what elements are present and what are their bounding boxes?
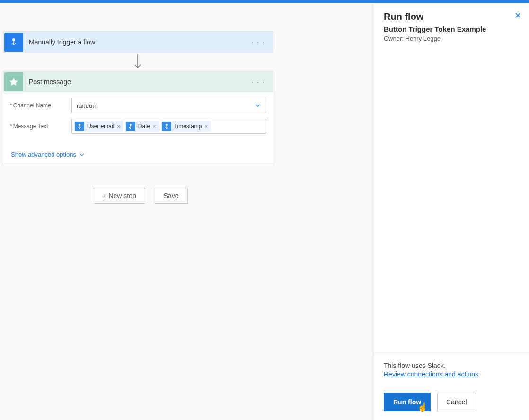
run-flow-panel: Run flow ✕ Button Trigger Token Example … — [374, 4, 529, 420]
token-label: Timestamp — [174, 123, 202, 130]
chevron-down-icon — [79, 152, 85, 158]
svg-point-0 — [12, 38, 15, 41]
trigger-header[interactable]: Manually trigger a flow · · · — [3, 32, 273, 52]
svg-point-3 — [166, 124, 168, 126]
action-header[interactable]: Post message · · · — [3, 71, 273, 92]
token-remove-icon[interactable]: × — [117, 123, 120, 129]
review-connections-link[interactable]: Review connections and actions — [384, 370, 478, 378]
show-advanced-options[interactable]: Show advanced options — [3, 146, 273, 166]
svg-point-2 — [130, 124, 132, 126]
panel-spacer — [374, 47, 529, 355]
channel-name-label: Channel Name — [10, 102, 71, 109]
cancel-button[interactable]: Cancel — [437, 393, 476, 411]
token-label: User email — [87, 123, 114, 130]
advanced-options-label: Show advanced options — [11, 151, 76, 158]
token-icon — [162, 122, 171, 131]
panel-subtitle: Button Trigger Token Example — [384, 25, 520, 33]
panel-owner: Owner: Henry Legge — [384, 35, 520, 42]
token-user-email[interactable]: User email × — [74, 121, 123, 132]
action-body: Channel Name random Message Text User em… — [3, 92, 273, 146]
manual-trigger-icon — [4, 33, 23, 52]
chevron-down-icon — [255, 102, 261, 109]
message-text-label: Message Text — [10, 123, 71, 130]
panel-actions: Run flow ☝ Cancel — [384, 393, 520, 411]
canvas-buttons: + New step Save — [3, 188, 279, 204]
action-title: Post message — [24, 78, 249, 86]
slack-icon — [4, 72, 23, 91]
channel-name-value: random — [77, 102, 97, 109]
panel-footer: This flow uses Slack. Review connections… — [374, 355, 529, 420]
token-label: Date — [138, 123, 150, 130]
message-text-field[interactable]: User email × Date × Timest — [71, 119, 266, 134]
new-step-button[interactable]: + New step — [94, 188, 145, 204]
save-button[interactable]: Save — [155, 188, 188, 204]
trigger-card: Manually trigger a flow · · · — [3, 31, 273, 53]
token-icon — [126, 122, 135, 131]
token-remove-icon[interactable]: × — [205, 123, 208, 129]
action-card: Post message · · · Channel Name random M… — [3, 71, 273, 166]
panel-header: Run flow ✕ Button Trigger Token Example … — [374, 4, 529, 47]
panel-title: Run flow — [384, 11, 520, 22]
svg-point-1 — [79, 124, 80, 126]
channel-name-dropdown[interactable]: random — [71, 98, 266, 113]
token-date[interactable]: Date × — [125, 121, 159, 132]
token-icon — [75, 122, 84, 131]
uses-text: This flow uses Slack. — [384, 362, 520, 369]
cursor-icon: ☝ — [417, 402, 428, 412]
trigger-more-icon[interactable]: · · · — [249, 38, 268, 46]
close-icon[interactable]: ✕ — [514, 10, 521, 21]
action-more-icon[interactable]: · · · — [249, 78, 268, 86]
trigger-title: Manually trigger a flow — [24, 38, 249, 46]
token-remove-icon[interactable]: × — [153, 123, 156, 129]
token-timestamp[interactable]: Timestamp × — [161, 121, 211, 132]
connector-arrow-icon — [3, 53, 273, 71]
run-flow-button[interactable]: Run flow ☝ — [384, 393, 431, 411]
